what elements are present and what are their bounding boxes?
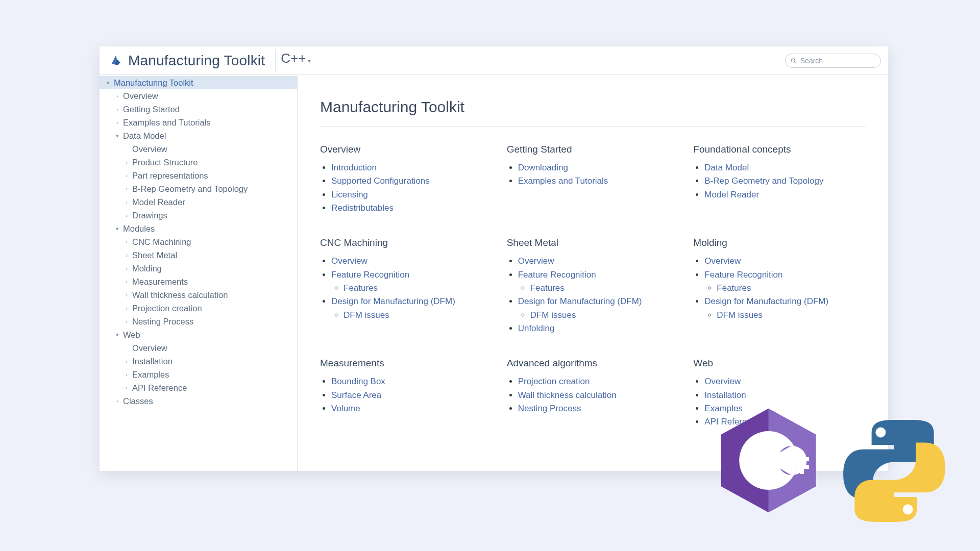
search-input[interactable] [799, 56, 875, 65]
content-link[interactable]: Introduction [331, 163, 377, 172]
nav-item[interactable]: ›CNC Machining [100, 235, 297, 248]
content-link[interactable]: Feature Recognition [704, 270, 782, 280]
nav-item-label: Getting Started [123, 105, 180, 114]
content-link[interactable]: Wall thickness calculation [518, 390, 617, 400]
content-link[interactable]: Nesting Process [518, 404, 581, 413]
chevron-right-icon: › [114, 106, 121, 112]
content-link[interactable]: Redistributables [331, 203, 394, 213]
nav-item[interactable]: ›Drawings [100, 209, 297, 222]
content-link[interactable]: Volume [331, 404, 360, 413]
nav-item[interactable]: ▾Manufacturing Toolkit [100, 76, 297, 89]
content-link[interactable]: Features [344, 283, 378, 293]
nav-item[interactable]: ›Measurements [100, 275, 297, 288]
nav-item[interactable]: ▾Modules [100, 222, 297, 235]
content-link[interactable]: Design for Manufacturing (DFM) [331, 296, 455, 306]
chevron-right-icon: › [123, 172, 130, 179]
nav-item[interactable]: ›Product Structure [100, 156, 297, 169]
content-link-item: Feature RecognitionFeatures [518, 268, 679, 295]
chevron-right-icon: › [123, 305, 130, 311]
nav-item[interactable]: Overview [100, 142, 297, 156]
nav-item[interactable]: ›Examples [100, 368, 297, 381]
content-link[interactable]: Bounding Box [331, 377, 385, 386]
nav-item[interactable]: ›Projection creation [100, 302, 297, 315]
content-link[interactable]: Model Reader [704, 190, 759, 199]
nav-item-label: Data Model [123, 131, 166, 141]
nav-item-label: CNC Machining [132, 237, 191, 247]
content-link[interactable]: DFM issues [717, 310, 763, 320]
content-link[interactable]: Feature Recognition [518, 270, 596, 280]
content-link[interactable]: Overview [518, 256, 554, 266]
content-link-item: Bounding Box [331, 375, 493, 388]
content-link[interactable]: Design for Manufacturing (DFM) [518, 296, 642, 306]
content-link[interactable]: Projection creation [518, 377, 590, 386]
chevron-down-icon: ▾ [114, 332, 121, 338]
content-link[interactable]: B-Rep Geometry and Topology [704, 176, 823, 186]
nav-item[interactable]: ›Nesting Process [100, 315, 297, 328]
content-link-item: Features [717, 282, 866, 295]
section-heading: Measurements [320, 358, 493, 369]
content-link[interactable]: Surface Area [331, 390, 381, 400]
nav-item-label: Installation [132, 357, 173, 366]
content-link-item: Wall thickness calculation [518, 389, 679, 402]
nav-item[interactable]: ›Overview [100, 89, 297, 103]
chevron-right-icon: › [123, 239, 130, 245]
content-link[interactable]: Overview [704, 377, 741, 386]
chevron-down-icon: ▾ [114, 133, 121, 139]
content-link-item: Features [344, 282, 493, 295]
content-link[interactable]: Unfolding [518, 323, 555, 333]
nav-item[interactable]: Overview [100, 341, 297, 355]
content-link[interactable]: Licensing [331, 190, 368, 199]
nav-item-label: Overview [123, 91, 158, 101]
content-link[interactable]: Feature Recognition [331, 270, 409, 280]
content-link[interactable]: Features [717, 283, 751, 293]
chevron-right-icon: › [123, 279, 130, 285]
content-link[interactable]: Overview [704, 256, 741, 266]
content-link[interactable]: Data Model [704, 163, 749, 172]
section-heading: Web [693, 358, 866, 369]
nav-item[interactable]: ›Getting Started [100, 103, 297, 116]
nav-item[interactable]: ›Classes [100, 394, 297, 408]
content-link[interactable]: DFM issues [344, 310, 389, 320]
nav-item[interactable]: ›Installation [100, 355, 297, 368]
content-link[interactable]: Features [530, 283, 565, 293]
svg-rect-8 [787, 457, 809, 461]
page-title: Manufacturing Toolkit [320, 98, 866, 127]
nav-item[interactable]: ›Model Reader [100, 195, 297, 209]
product-logo[interactable]: Manufacturing Toolkit [105, 51, 269, 71]
content-link[interactable]: DFM issues [530, 310, 576, 320]
nav-item[interactable]: ›Sheet Metal [100, 248, 297, 262]
content-link[interactable]: Supported Configurations [331, 176, 430, 186]
content-link-item: Installation [704, 389, 866, 402]
nav-item-label: Drawings [132, 211, 167, 220]
content-link[interactable]: Overview [331, 256, 368, 266]
nav-item[interactable]: ›Wall thickness calculation [100, 288, 297, 302]
nav-item-label: Examples and Tutorials [123, 118, 211, 128]
nav-item[interactable]: ›Examples and Tutorials [100, 116, 297, 129]
nav-item[interactable]: ▾Web [100, 328, 297, 341]
content-link[interactable]: Downloading [518, 163, 568, 172]
nav-item[interactable]: ›API Reference [100, 381, 297, 394]
content-link-item: Features [530, 282, 679, 295]
content-link-item: Overview [518, 255, 679, 268]
content-link[interactable]: Installation [704, 390, 746, 400]
chevron-right-icon: › [123, 265, 130, 271]
nav-item[interactable]: ›B-Rep Geometry and Topology [100, 182, 297, 195]
search-box[interactable] [785, 54, 881, 68]
nav-item-label: Projection creation [132, 304, 202, 313]
nav-item-label: Manufacturing Toolkit [114, 78, 193, 88]
nav-item-label: Sheet Metal [132, 251, 177, 260]
nav-item[interactable]: ›Molding [100, 262, 297, 275]
content-link[interactable]: Design for Manufacturing (DFM) [704, 296, 828, 306]
content-link-item: Feature RecognitionFeatures [704, 268, 866, 295]
content-link-item: Feature RecognitionFeatures [331, 268, 493, 295]
nav-item[interactable]: ▾Data Model [100, 129, 297, 142]
content-link-item: Overview [704, 255, 866, 268]
content-link[interactable]: Examples and Tutorials [518, 176, 608, 186]
content-section: OverviewIntroductionSupported Configurat… [320, 139, 493, 215]
content-link-item: DFM issues [344, 309, 493, 322]
nav-item-label: Molding [132, 264, 162, 273]
chevron-right-icon: › [114, 119, 121, 126]
section-heading: Getting Started [507, 144, 679, 155]
language-dropdown[interactable]: C++ ▾ [275, 49, 316, 72]
nav-item[interactable]: ›Part representations [100, 169, 297, 182]
